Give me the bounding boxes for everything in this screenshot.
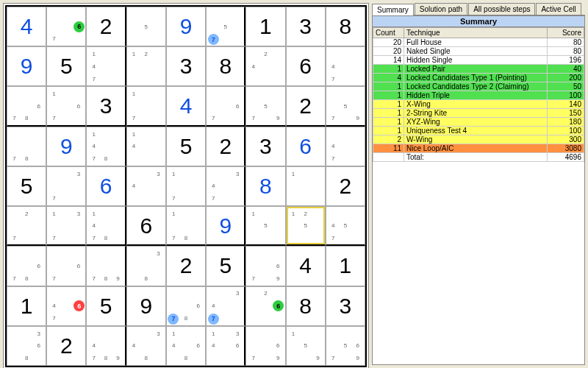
cell-r7c1[interactable]: 678	[7, 246, 46, 286]
summary-row[interactable]: 1XYZ-Wing180	[373, 118, 584, 127]
cell-r3c6[interactable]: 67	[206, 86, 245, 126]
cell-r1c4[interactable]: 5	[126, 7, 166, 46]
cell-r4c7[interactable]: 3	[245, 127, 285, 166]
cell-r6c5[interactable]: 178	[166, 206, 206, 246]
cell-r5c7[interactable]: 8	[245, 166, 285, 206]
tab-all-steps[interactable]: All possible steps	[468, 3, 535, 15]
cell-r6c9[interactable]: 457	[326, 206, 365, 246]
cell-r3c2[interactable]: 167	[46, 86, 86, 126]
cell-r5c9[interactable]: 2	[326, 166, 365, 206]
summary-row[interactable]: Total:4696	[373, 153, 584, 162]
cell-r3c8[interactable]: 2	[286, 86, 326, 126]
cell-r3c7[interactable]: 579	[245, 86, 285, 126]
cell-r2c3[interactable]: 147	[86, 46, 126, 86]
cell-r4c5[interactable]: 5	[166, 127, 206, 166]
cell-r1c8[interactable]: 3	[286, 7, 326, 46]
cell-r4c4[interactable]: 14	[126, 127, 166, 166]
cell-r2c8[interactable]: 6	[286, 46, 326, 86]
cell-r7c6[interactable]: 5	[206, 246, 245, 286]
cell-r3c3[interactable]: 3	[86, 86, 126, 126]
cell-r8c6[interactable]: 347	[206, 286, 245, 326]
cell-r7c7[interactable]: 679	[245, 246, 285, 286]
cell-r9c9[interactable]: 5679	[326, 326, 365, 366]
cell-r7c2[interactable]: 67	[46, 246, 86, 286]
cell-r3c5[interactable]: 4	[166, 86, 206, 126]
cell-r9c6[interactable]: 1346	[206, 326, 245, 366]
cell-r8c9[interactable]: 3	[326, 286, 365, 326]
cell-r9c8[interactable]: 159	[286, 326, 326, 366]
cell-r5c2[interactable]: 37	[46, 166, 86, 206]
cell-r2c1[interactable]: 9	[7, 46, 46, 86]
cell-r2c7[interactable]: 24	[245, 46, 285, 86]
summary-row[interactable]: 20Naked Single80	[373, 47, 584, 56]
cell-r5c8[interactable]: 1	[286, 166, 326, 206]
cell-r4c8[interactable]: 6	[286, 127, 326, 166]
cell-r3c1[interactable]: 678	[7, 86, 46, 126]
sudoku-grid[interactable]: 4762595771389514712382464767816731746757…	[5, 5, 367, 367]
col-technique[interactable]: Technique	[404, 28, 548, 38]
col-score[interactable]: Score	[548, 28, 584, 38]
tab-active-cell[interactable]: Active Cell	[536, 3, 581, 15]
cell-r9c3[interactable]: 4789	[86, 326, 126, 366]
cell-r5c1[interactable]: 5	[7, 166, 46, 206]
cell-r6c2[interactable]: 137	[46, 206, 86, 246]
cell-r8c1[interactable]: 1	[7, 286, 46, 326]
summary-row[interactable]: 1Uniqueness Test 4100	[373, 127, 584, 135]
cell-r1c7[interactable]: 1	[245, 7, 285, 46]
cell-r7c9[interactable]: 1	[326, 246, 365, 286]
cell-r2c2[interactable]: 5	[46, 46, 86, 86]
cell-r1c9[interactable]: 8	[326, 7, 365, 46]
cell-r1c5[interactable]: 9	[166, 7, 206, 46]
cell-r4c6[interactable]: 2	[206, 127, 245, 166]
cell-r1c1[interactable]: 4	[7, 7, 46, 46]
cell-r8c7[interactable]: 26	[245, 286, 285, 326]
cell-r5c5[interactable]: 17	[166, 166, 206, 206]
tab-solution-path[interactable]: Solution path	[415, 3, 467, 15]
cell-r9c4[interactable]: 348	[126, 326, 166, 366]
cell-r2c4[interactable]: 12	[126, 46, 166, 86]
cell-r6c8[interactable]: 125	[286, 206, 326, 246]
cell-r2c9[interactable]: 47	[326, 46, 365, 86]
summary-row[interactable]: 11Nice Loop/AIC3080	[373, 144, 584, 153]
cell-r5c6[interactable]: 347	[206, 166, 245, 206]
cell-r1c6[interactable]: 577	[206, 7, 245, 46]
cell-r2c6[interactable]: 8	[206, 46, 245, 86]
cell-r2c5[interactable]: 3	[166, 46, 206, 86]
cell-r6c1[interactable]: 27	[7, 206, 46, 246]
cell-r4c1[interactable]: 78	[7, 127, 46, 166]
tab-summary[interactable]: Summary	[372, 4, 414, 15]
cell-r8c8[interactable]: 8	[286, 286, 326, 326]
summary-row[interactable]: 1Locked Candidates Type 2 (Claiming)50	[373, 82, 584, 91]
cell-r1c2[interactable]: 76	[46, 7, 86, 46]
cell-r9c2[interactable]: 2	[46, 326, 86, 366]
cell-r4c9[interactable]: 47	[326, 127, 365, 166]
cell-r6c7[interactable]: 15	[245, 206, 285, 246]
cell-r7c8[interactable]: 4	[286, 246, 326, 286]
cell-r7c4[interactable]: 38	[126, 246, 166, 286]
cell-r4c3[interactable]: 1478	[86, 127, 126, 166]
cell-r1c3[interactable]: 2	[86, 7, 126, 46]
cell-r3c9[interactable]: 579	[326, 86, 365, 126]
cell-r9c1[interactable]: 368	[7, 326, 46, 366]
cell-r6c4[interactable]: 6	[126, 206, 166, 246]
summary-row[interactable]: 1Locked Pair40	[373, 65, 584, 74]
cell-r8c5[interactable]: 687	[166, 286, 206, 326]
summary-row[interactable]: 4Locked Candidates Type 1 (Pointing)200	[373, 74, 584, 82]
cell-r7c5[interactable]: 2	[166, 246, 206, 286]
summary-row[interactable]: 20Full House80	[373, 38, 584, 47]
cell-r9c7[interactable]: 679	[245, 326, 285, 366]
cell-r3c4[interactable]: 17	[126, 86, 166, 126]
cell-r5c4[interactable]: 34	[126, 166, 166, 206]
summary-row[interactable]: 2W-Wing300	[373, 135, 584, 144]
cell-r9c5[interactable]: 1468	[166, 326, 206, 366]
cell-r7c3[interactable]: 789	[86, 246, 126, 286]
cell-r6c6[interactable]: 9	[206, 206, 245, 246]
cell-r8c4[interactable]: 9	[126, 286, 166, 326]
summary-row[interactable]: 14Hidden Single196	[373, 56, 584, 65]
summary-row[interactable]: 1X-Wing140	[373, 100, 584, 109]
cell-r8c2[interactable]: 476	[46, 286, 86, 326]
cell-r5c3[interactable]: 6	[86, 166, 126, 206]
cell-r4c2[interactable]: 9	[46, 127, 86, 166]
summary-row[interactable]: 1Hidden Triple100	[373, 91, 584, 100]
col-count[interactable]: Count	[373, 28, 404, 38]
